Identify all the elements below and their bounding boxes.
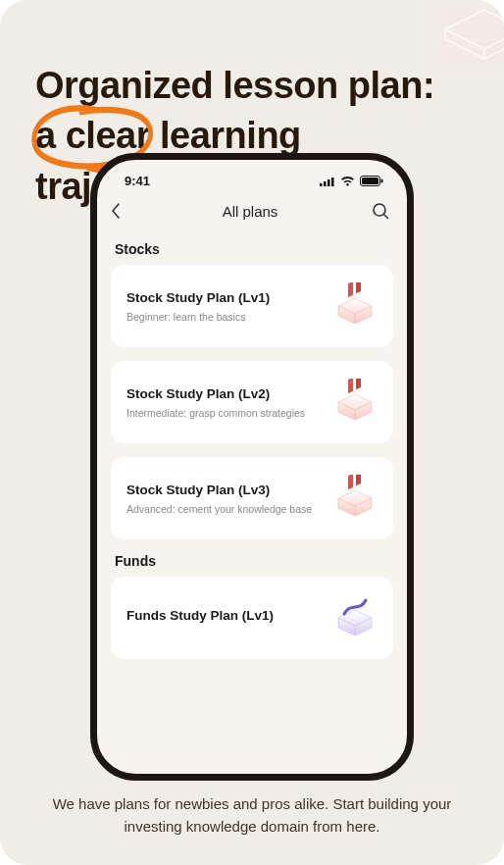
plan-desc: Beginner: learn the basics xyxy=(126,311,321,323)
signal-icon xyxy=(320,177,335,186)
nav-title: All plans xyxy=(134,203,366,220)
stock-chart-icon xyxy=(330,475,379,522)
search-icon xyxy=(372,202,389,220)
feature-card: Organized lesson plan: a clear learning … xyxy=(0,0,504,865)
stock-chart-icon xyxy=(330,379,379,426)
status-indicators xyxy=(320,176,383,186)
svg-rect-6 xyxy=(381,179,383,183)
plan-title: Stock Study Plan (Lv2) xyxy=(126,386,321,401)
stock-chart-icon xyxy=(330,282,379,330)
svg-rect-0 xyxy=(320,183,323,186)
back-button[interactable] xyxy=(111,203,134,219)
plan-card-stocks-lv2[interactable]: Stock Study Plan (Lv2) Intermediate: gra… xyxy=(111,361,393,443)
plan-title: Funds Study Plan (Lv1) xyxy=(126,608,321,623)
svg-rect-1 xyxy=(324,181,327,186)
svg-rect-11 xyxy=(348,379,353,393)
svg-rect-2 xyxy=(328,179,330,186)
decorative-book-icon xyxy=(426,0,504,69)
wifi-icon xyxy=(340,176,355,186)
plan-scroll[interactable]: Stocks Stock Study Plan (Lv1) Beginner: … xyxy=(97,241,407,659)
chevron-left-icon xyxy=(111,203,121,219)
feature-subtext: We have plans for newbies and pros alike… xyxy=(0,792,504,839)
plan-card-stocks-lv3[interactable]: Stock Study Plan (Lv3) Advanced: cement … xyxy=(111,457,393,539)
navbar: All plans xyxy=(97,194,407,229)
headline-text-1: Organized lesson plan: xyxy=(35,65,434,106)
plan-card-stocks-lv1[interactable]: Stock Study Plan (Lv1) Beginner: learn t… xyxy=(111,265,393,347)
svg-rect-9 xyxy=(348,282,353,297)
svg-rect-12 xyxy=(356,379,361,389)
plan-desc: Advanced: cement your knowledge base xyxy=(126,503,321,515)
plan-title: Stock Study Plan (Lv1) xyxy=(126,290,321,305)
svg-rect-3 xyxy=(331,178,334,186)
svg-rect-5 xyxy=(362,178,378,184)
plan-desc: Intermediate: grasp common strategies xyxy=(126,407,321,419)
svg-rect-13 xyxy=(348,475,353,489)
status-time: 9:41 xyxy=(125,174,150,188)
search-button[interactable] xyxy=(366,202,389,220)
section-label-funds: Funds xyxy=(115,553,389,569)
status-bar: 9:41 xyxy=(97,160,407,194)
headline-highlight-text: a clear xyxy=(35,115,150,156)
svg-rect-10 xyxy=(356,282,361,293)
plan-title: Stock Study Plan (Lv3) xyxy=(126,483,321,497)
section-label-stocks: Stocks xyxy=(115,241,389,257)
plan-card-funds-lv1[interactable]: Funds Study Plan (Lv1) xyxy=(111,577,393,659)
fund-chart-icon xyxy=(330,594,379,641)
battery-icon xyxy=(360,176,383,186)
svg-rect-14 xyxy=(356,475,361,485)
svg-line-8 xyxy=(384,215,388,219)
phone-mockup: 9:41 xyxy=(90,153,414,781)
